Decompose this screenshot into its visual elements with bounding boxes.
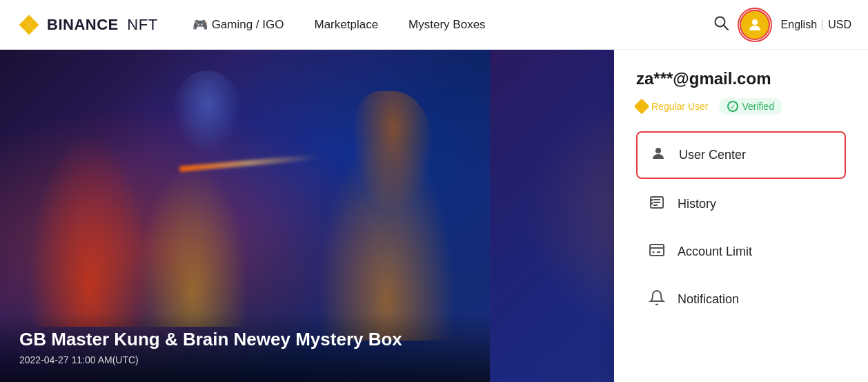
verified-badge: ✓ Verified [719, 98, 782, 115]
user-dropdown-panel: za***@gmail.com Regular User ✓ Verified … [614, 50, 868, 382]
svg-rect-14 [650, 245, 664, 256]
svg-point-6 [752, 19, 758, 25]
svg-rect-12 [650, 199, 653, 201]
menu-item-user-center[interactable]: User Center [636, 131, 846, 179]
binance-text: BINANCE [47, 16, 119, 33]
nav-links: 🎮 Gaming / IGO Marketplace Mystery Boxes [180, 12, 713, 38]
navbar: BINANCE NFT 🎮 Gaming / IGO Marketplace M… [0, 0, 868, 50]
nav-gaming[interactable]: 🎮 Gaming / IGO [180, 12, 297, 38]
account-limit-icon [647, 242, 667, 262]
hero-area: GB Master Kung & Brain Newey Mystery Box… [0, 50, 868, 382]
history-label: History [678, 197, 716, 211]
user-center-label: User Center [679, 148, 746, 162]
nav-mystery-boxes[interactable]: Mystery Boxes [396, 12, 497, 37]
character-1 [28, 133, 152, 327]
nav-right: English | USD [713, 10, 851, 40]
account-limit-label: Account Limit [678, 245, 752, 259]
hero-banner: GB Master Kung & Brain Newey Mystery Box… [0, 50, 490, 382]
user-avatar-button[interactable] [740, 10, 770, 40]
currency-label: USD [828, 19, 851, 31]
nav-marketplace[interactable]: Marketplace [302, 12, 391, 37]
user-type-label: Regular User [651, 101, 708, 112]
notification-label: Notification [678, 292, 739, 307]
language-currency-selector[interactable]: English | USD [781, 19, 851, 31]
user-icon [747, 17, 763, 33]
menu-item-account-limit[interactable]: Account Limit [636, 229, 846, 274]
hero-date: 2022-04-27 11:00 AM(UTC) [19, 354, 471, 365]
menu-item-history[interactable]: History [636, 182, 846, 227]
menu-item-notification[interactable]: Notification [636, 277, 846, 322]
notification-icon [647, 289, 667, 309]
verified-label: Verified [742, 101, 774, 112]
binance-logo-icon [17, 12, 41, 37]
verified-check-icon: ✓ [727, 101, 738, 112]
language-label: English [781, 19, 817, 31]
user-center-icon [649, 145, 668, 165]
search-icon [713, 15, 729, 30]
search-button[interactable] [713, 15, 729, 34]
logo-text: BINANCE NFT [47, 16, 158, 34]
diamond-icon [634, 99, 650, 115]
svg-line-5 [724, 26, 728, 30]
history-icon [647, 194, 667, 214]
logo[interactable]: BINANCE NFT [17, 12, 158, 37]
character-2 [138, 161, 248, 327]
nft-text: NFT [127, 16, 157, 33]
user-type-badge: Regular User [636, 101, 708, 112]
svg-rect-13 [650, 202, 653, 204]
user-badges: Regular User ✓ Verified [636, 98, 846, 115]
user-email: za***@gmail.com [636, 69, 846, 88]
hero-title: GB Master Kung & Brain Newey Mystery Box [19, 329, 471, 350]
svg-point-7 [655, 148, 661, 153]
pipe-divider: | [821, 19, 824, 31]
hero-text-overlay: GB Master Kung & Brain Newey Mystery Box… [0, 312, 490, 382]
